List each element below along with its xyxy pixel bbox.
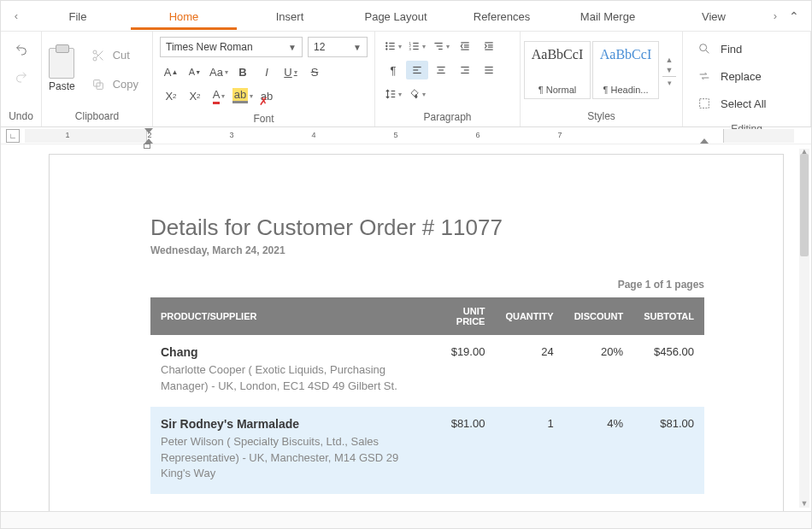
unitPrice-cell: $19.00 xyxy=(433,335,496,407)
quantity-cell: 24 xyxy=(495,335,563,407)
select-all-icon xyxy=(695,94,714,113)
tab-home[interactable]: Home xyxy=(131,3,237,30)
tab-page-layout[interactable]: Page Layout xyxy=(343,3,449,30)
undo-group-label: Undo xyxy=(1,108,41,126)
styles-group: AaBbCcI ¶ Normal AaBbCcI ¶ Headin... ▲ ▼… xyxy=(521,32,683,126)
right-indent-marker[interactable] xyxy=(700,138,709,144)
column-header: DISCOUNT xyxy=(564,297,633,335)
chevron-down-icon: ▼ xyxy=(662,66,676,74)
tab-insert[interactable]: Insert xyxy=(237,3,343,30)
tab-view[interactable]: View xyxy=(661,3,767,30)
select-all-button[interactable]: Select All xyxy=(691,91,802,115)
svg-point-1 xyxy=(93,57,97,61)
underline-button[interactable]: U xyxy=(279,62,302,81)
scroll-thumb[interactable] xyxy=(800,154,809,256)
status-bar xyxy=(1,511,811,528)
search-icon xyxy=(695,39,714,58)
document-viewport: Details for Customer Order # 11077 Wedne… xyxy=(1,145,811,511)
ruler-mark: 5 xyxy=(393,131,397,139)
italic-button[interactable]: I xyxy=(256,62,278,81)
align-left-button[interactable] xyxy=(406,61,428,79)
paragraph-group: 123 ¶ Paragraph xyxy=(375,32,521,126)
style-normal[interactable]: AaBbCcI ¶ Normal xyxy=(524,41,591,99)
find-button[interactable]: Find xyxy=(691,37,802,61)
product-cell: Sir Rodney's MarmaladePeter Wilson ( Spe… xyxy=(150,407,433,495)
font-name-combo[interactable]: Times New Roman▼ xyxy=(160,37,303,57)
font-group-label: Font xyxy=(153,110,374,129)
column-header: PRODUCT/SUPPLIER xyxy=(150,297,433,335)
unitPrice-cell: $81.00 xyxy=(433,407,496,495)
styles-group-label: Styles xyxy=(521,108,682,126)
number-list-button[interactable]: 123 xyxy=(406,37,428,56)
bold-button[interactable]: B xyxy=(232,62,254,81)
align-justify-button[interactable] xyxy=(478,61,500,79)
replace-icon xyxy=(695,67,714,85)
column-header: SUBTOTAL xyxy=(633,297,704,335)
copy-button[interactable]: Copy xyxy=(84,72,144,97)
undo-group: Undo xyxy=(1,32,42,126)
menu-tabbar: ‹ FileHomeInsertPage LayoutReferencesMai… xyxy=(1,1,811,32)
svg-line-43 xyxy=(706,50,709,54)
svg-point-6 xyxy=(386,45,387,46)
styles-gallery-expand[interactable]: ▲ ▼ ▾ xyxy=(662,56,676,85)
strikethrough-button[interactable]: S xyxy=(303,62,326,81)
tabs-scroll-left[interactable]: ‹ xyxy=(8,9,25,22)
tab-mail-merge[interactable]: Mail Merge xyxy=(555,3,661,30)
svg-point-0 xyxy=(93,50,97,54)
font-color-button[interactable]: A xyxy=(208,86,230,105)
bullet-list-button[interactable] xyxy=(382,37,404,56)
svg-point-4 xyxy=(386,43,387,44)
align-right-button[interactable] xyxy=(454,61,476,79)
tabs-scroll-right[interactable]: › xyxy=(767,9,784,22)
discount-cell: 20% xyxy=(564,335,633,407)
shading-button[interactable] xyxy=(406,85,428,103)
clipboard-group-label: Clipboard xyxy=(42,108,152,126)
chevron-up-icon: ▲ xyxy=(662,56,676,64)
tab-file[interactable]: File xyxy=(25,3,131,30)
svg-point-8 xyxy=(386,49,387,50)
show-marks-button[interactable]: ¶ xyxy=(382,61,404,79)
paste-button[interactable]: Paste xyxy=(47,46,77,94)
font-size-combo[interactable]: 12▼ xyxy=(308,37,368,57)
scroll-down-icon[interactable]: ▼ xyxy=(799,499,809,509)
increase-font-button[interactable]: A▲ xyxy=(160,62,182,81)
replace-button[interactable]: Replace xyxy=(691,64,802,88)
change-case-button[interactable]: Aa xyxy=(208,62,230,81)
collapse-ribbon-icon[interactable]: ⌃ xyxy=(784,9,804,23)
tab-selector[interactable]: ∟ xyxy=(6,129,20,143)
highlight-button[interactable]: ab xyxy=(232,86,254,105)
cut-button[interactable]: Cut xyxy=(84,43,144,68)
font-group: Times New Roman▼ 12▼ A▲ A▼ Aa B I U S X2… xyxy=(153,32,375,126)
ruler-mark: 2 xyxy=(147,131,151,139)
line-spacing-button[interactable] xyxy=(382,85,404,103)
supplier-info: Peter Wilson ( Specialty Biscuits, Ltd.,… xyxy=(161,434,423,483)
doc-date: Wednesday, March 24, 2021 xyxy=(150,244,704,256)
subtotal-cell: $81.00 xyxy=(633,407,704,495)
multilevel-list-button[interactable] xyxy=(430,37,452,56)
undo-button[interactable] xyxy=(12,40,31,59)
decrease-indent-button[interactable] xyxy=(454,37,476,56)
superscript-button[interactable]: X2 xyxy=(160,86,182,105)
svg-rect-44 xyxy=(700,99,709,109)
ruler-bar: ∟ 1234567 xyxy=(1,127,811,144)
copy-icon xyxy=(89,75,108,94)
ribbon: Undo Paste Cut Copy Clipboard xyxy=(1,32,811,127)
clear-formatting-button[interactable]: ab✗ xyxy=(256,86,278,105)
document-page[interactable]: Details for Customer Order # 11077 Wedne… xyxy=(49,154,784,511)
style-heading[interactable]: AaBbCcI ¶ Headin... xyxy=(592,41,659,99)
product-name: Chang xyxy=(161,345,423,359)
align-center-button[interactable] xyxy=(430,61,452,79)
ruler-mark: 7 xyxy=(557,131,562,139)
product-name: Sir Rodney's Marmalade xyxy=(161,417,423,431)
order-table: PRODUCT/SUPPLIERUNIT PRICEQUANTITYDISCOU… xyxy=(150,297,704,494)
tab-references[interactable]: References xyxy=(449,3,555,30)
redo-button[interactable] xyxy=(12,68,31,86)
decrease-font-button[interactable]: A▼ xyxy=(184,62,206,81)
horizontal-ruler[interactable]: 1234567 xyxy=(25,129,794,143)
increase-indent-button[interactable] xyxy=(478,37,500,56)
chevron-down-icon: ▼ xyxy=(353,43,362,52)
svg-point-42 xyxy=(700,44,707,51)
vertical-scrollbar[interactable]: ▲ ▼ xyxy=(799,149,809,508)
subscript-button[interactable]: X2 xyxy=(184,86,206,105)
discount-cell: 4% xyxy=(564,407,633,495)
